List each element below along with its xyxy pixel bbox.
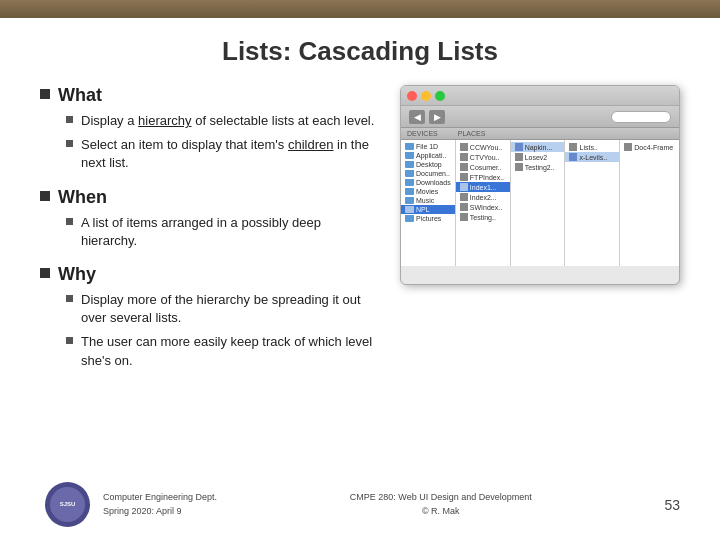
what-label: What — [58, 85, 102, 106]
finder-col-2: CCWYou.. CTVYou.. Cosumer.. FTPIndex.. I… — [456, 140, 511, 266]
sub-bullet-what-1: Display a hierarchy of selectable lists … — [66, 112, 380, 130]
finder-item-selected[interactable]: Index1... — [456, 182, 510, 192]
finder-col-1: File 1D Applicati.. Desktop Documen.. Do… — [401, 140, 456, 266]
finder-item[interactable]: Pictures — [401, 214, 455, 223]
bullet-what-main: What — [40, 85, 380, 106]
finder-item[interactable]: Documen.. — [401, 169, 455, 178]
finder-back-btn[interactable]: ◀ — [409, 110, 425, 124]
finder-item[interactable]: CCWYou.. — [456, 142, 510, 152]
finder-minimize-btn[interactable] — [421, 91, 431, 101]
finder-item-highlighted[interactable]: Napkin... — [511, 142, 565, 152]
content-area: What Display a hierarchy of selectable l… — [40, 85, 680, 384]
finder-col-3: Napkin... Losev2 Testing2.. — [511, 140, 566, 266]
finder-item[interactable]: Lists.. — [565, 142, 619, 152]
sub-bullet-sq-when-1 — [66, 218, 73, 225]
what-sub-2-text: Select an item to display that item's ch… — [81, 136, 380, 172]
when-label: When — [58, 187, 107, 208]
footer-copyright: © R. Mak — [217, 505, 664, 519]
top-bar — [0, 0, 720, 18]
when-sub-bullets: A list of items arranged in a possibly d… — [40, 214, 380, 250]
sub-bullet-why-2: The user can more easily keep track of w… — [66, 333, 380, 369]
sub-bullet-when-1: A list of items arranged in a possibly d… — [66, 214, 380, 250]
sub-bullet-what-2: Select an item to display that item's ch… — [66, 136, 380, 172]
finder-item[interactable]: Music — [401, 196, 455, 205]
logo-text: SJSU — [60, 501, 76, 508]
section-why: Why Display more of the hierarchy be spr… — [40, 264, 380, 370]
finder-titlebar — [401, 86, 679, 106]
finder-item[interactable]: Applicati.. — [401, 151, 455, 160]
section-what: What Display a hierarchy of selectable l… — [40, 85, 380, 173]
finder-item-selected[interactable]: NPL — [401, 205, 455, 214]
sub-bullet-sq-why-1 — [66, 295, 73, 302]
footer-logo: SJSU — [40, 477, 95, 532]
when-sub-1-text: A list of items arranged in a possibly d… — [81, 214, 380, 250]
why-sub-2-text: The user can more easily keep track of w… — [81, 333, 380, 369]
logo-circle: SJSU — [45, 482, 90, 527]
sub-bullet-why-1: Display more of the hierarchy be spreadi… — [66, 291, 380, 327]
finder-item[interactable]: FTPIndex.. — [456, 172, 510, 182]
finder-item[interactable]: Cosumer.. — [456, 162, 510, 172]
footer-date: Spring 2020: April 9 — [103, 505, 217, 519]
logo-inner: SJSU — [50, 487, 85, 522]
finder-zoom-btn[interactable] — [435, 91, 445, 101]
section-when: When A list of items arranged in a possi… — [40, 187, 380, 250]
sub-bullet-sq-2 — [66, 140, 73, 147]
finder-devices-label: DEVICES — [407, 130, 438, 137]
finder-close-btn[interactable] — [407, 91, 417, 101]
finder-item[interactable]: Index2... — [456, 192, 510, 202]
finder-item[interactable]: CTVYou.. — [456, 152, 510, 162]
finder-item[interactable]: Downloads — [401, 178, 455, 187]
bullet-when-main: When — [40, 187, 380, 208]
left-content: What Display a hierarchy of selectable l… — [40, 85, 380, 384]
footer-dept: Computer Engineering Dept. — [103, 491, 217, 505]
finder-sidebar-bar: DEVICES PLACES — [401, 128, 679, 140]
finder-columns: File 1D Applicati.. Desktop Documen.. Do… — [401, 140, 679, 266]
finder-item[interactable]: Desktop — [401, 160, 455, 169]
footer-left-text: Computer Engineering Dept. Spring 2020: … — [103, 491, 217, 518]
slide-title: Lists: Cascading Lists — [40, 36, 680, 67]
what-sub-bullets: Display a hierarchy of selectable lists … — [40, 112, 380, 173]
slide-container: Lists: Cascading Lists What Display a hi… — [0, 18, 720, 540]
what-sub-1-text: Display a hierarchy of selectable lists … — [81, 112, 374, 130]
bullet-why-main: Why — [40, 264, 380, 285]
finder-forward-btn[interactable]: ▶ — [429, 110, 445, 124]
right-content: ◀ ▶ DEVICES PLACES File 1D Applicati.. D… — [400, 85, 680, 384]
bullet-square-when — [40, 191, 50, 201]
children-underline: children — [288, 137, 334, 152]
bullet-square-what — [40, 89, 50, 99]
footer-center-text: CMPE 280: Web UI Design and Development … — [217, 491, 664, 518]
finder-item[interactable]: File 1D — [401, 142, 455, 151]
sub-bullet-sq-why-2 — [66, 337, 73, 344]
finder-col-4: Lists.. x-Levils.. — [565, 140, 620, 266]
why-label: Why — [58, 264, 96, 285]
finder-item[interactable]: Movies — [401, 187, 455, 196]
sub-bullet-sq-1 — [66, 116, 73, 123]
finder-item-highlighted[interactable]: x-Levils.. — [565, 152, 619, 162]
bullet-square-why — [40, 268, 50, 278]
finder-item[interactable]: Testing2.. — [511, 162, 565, 172]
finder-col-5: Doc4-Frame — [620, 140, 679, 266]
footer: SJSU Computer Engineering Dept. Spring 2… — [0, 477, 720, 532]
finder-item[interactable]: Losev2 — [511, 152, 565, 162]
finder-places-label: PLACES — [458, 130, 486, 137]
why-sub-bullets: Display more of the hierarchy be spreadi… — [40, 291, 380, 370]
footer-page-number: 53 — [664, 497, 680, 513]
why-sub-1-text: Display more of the hierarchy be spreadi… — [81, 291, 380, 327]
footer-course: CMPE 280: Web UI Design and Development — [217, 491, 664, 505]
finder-window: ◀ ▶ DEVICES PLACES File 1D Applicati.. D… — [400, 85, 680, 285]
hierarchy-underline: hierarchy — [138, 113, 191, 128]
finder-item[interactable]: Testing.. — [456, 212, 510, 222]
finder-search[interactable] — [611, 111, 671, 123]
finder-toolbar: ◀ ▶ — [401, 106, 679, 128]
finder-item[interactable]: Doc4-Frame — [620, 142, 679, 152]
finder-item[interactable]: SWIndex.. — [456, 202, 510, 212]
